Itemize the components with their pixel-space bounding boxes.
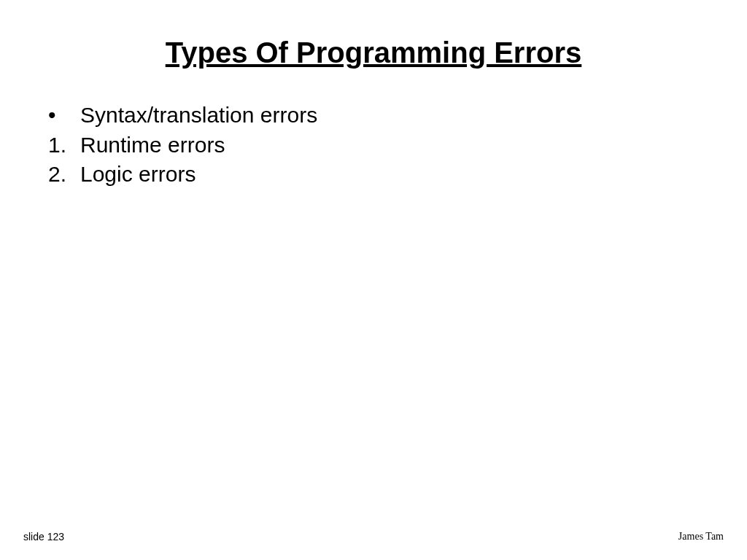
slide-number: slide 123	[23, 531, 64, 542]
list-item-text: Logic errors	[80, 160, 703, 190]
bullet-marker: •	[44, 101, 80, 131]
author-name: James Tam	[678, 531, 724, 542]
list-item: 2. Logic errors	[44, 160, 703, 190]
slide-body: • Syntax/translation errors 1. Runtime e…	[44, 101, 703, 190]
list-item-text: Syntax/translation errors	[80, 101, 703, 131]
number-marker: 2.	[44, 160, 80, 190]
list-item-text: Runtime errors	[80, 131, 703, 160]
number-marker: 1.	[44, 131, 80, 160]
list-item: • Syntax/translation errors	[44, 101, 703, 131]
slide: Types Of Programming Errors • Syntax/tra…	[0, 0, 747, 560]
slide-title: Types Of Programming Errors	[0, 36, 747, 69]
list-item: 1. Runtime errors	[44, 131, 703, 160]
